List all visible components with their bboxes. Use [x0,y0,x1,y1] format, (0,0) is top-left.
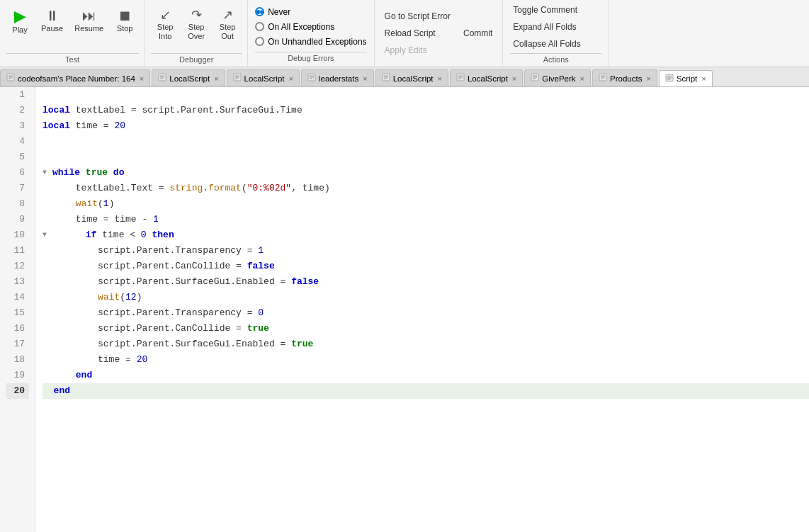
token: local [43,118,70,134]
token: . [169,274,175,290]
token: format [208,181,242,196]
token [43,196,76,212]
code-area[interactable]: local textLabel = script.Parent.SurfaceG… [35,87,809,532]
on-all-radio-label: On All Exceptions [268,22,334,32]
token: Enabled [236,336,280,352]
token: SurfaceGui [220,103,275,118]
tab-close-giveperk[interactable]: × [580,74,584,83]
tab-close-products[interactable]: × [646,74,650,83]
tab-giveperk[interactable]: GivePerk× [524,69,591,86]
token: Parent [137,274,170,290]
line-number-12: 12 [6,259,29,274]
token: . [275,103,281,118]
play-button[interactable]: ▶ Play [6,6,34,37]
token: . [169,321,175,336]
tab-leaderstats[interactable]: leaderstats× [301,69,374,86]
tab-close-script[interactable]: × [701,74,706,83]
never-radio-circle [255,7,264,16]
expand-all-folds-button[interactable]: Expand All Folds [510,21,601,33]
token: then [152,227,174,243]
tab-close-localscript2[interactable]: × [289,74,293,83]
code-editor[interactable]: 1234567891011121314151617181920 local te… [0,87,809,532]
go-to-script-error-button[interactable]: Go to Script Error [382,10,453,23]
reload-script-button[interactable]: Reload Script [382,27,453,40]
pause-button[interactable]: ⏸ Pause [37,6,67,35]
on-unhandled-radio-label: On Unhandled Exceptions [268,37,366,47]
token: true [86,165,108,181]
token [43,383,54,399]
line-number-2: 2 [6,103,29,118]
code-line-14: wait(12) [43,290,809,305]
tab-localscript4[interactable]: LocalScript× [450,69,523,86]
on-unhandled-radio[interactable]: On Unhandled Exceptions [255,37,366,47]
tab-close-leaderstats[interactable]: × [363,74,367,83]
tab-label-localscript2: LocalScript [244,74,285,83]
toggle-comment-button[interactable]: Toggle Comment [510,4,601,16]
code-line-6: ▼while true do [43,165,809,181]
tab-products[interactable]: Products× [592,69,657,86]
token: . [131,274,137,290]
token: script [43,243,131,259]
play-icon: ▶ [14,9,26,24]
tab-label-giveperk: GivePerk [542,74,575,83]
token [253,305,259,321]
tab-close-codeplace[interactable]: × [140,74,144,83]
step-into-label: StepInto [157,23,174,41]
tab-icon-giveperk [531,73,539,84]
never-radio[interactable]: Never [255,7,366,17]
stop-button[interactable]: ⏹ Stop [111,6,139,35]
tab-localscript1[interactable]: LocalScript× [152,69,225,86]
token: 0 [258,305,264,321]
token: end [76,368,92,383]
test-group-label: Test [6,53,139,64]
line-number-17: 17 [6,336,29,352]
tab-close-localscript1[interactable]: × [214,74,218,83]
tab-icon-localscript3 [382,73,390,84]
token: script [43,259,131,274]
step-into-button[interactable]: ↙ StepInto [151,6,179,44]
tab-localscript3[interactable]: LocalScript× [375,69,448,86]
tab-script[interactable]: Script× [659,70,713,87]
tab-label-localscript3: LocalScript [393,74,434,83]
line-number-8: 8 [6,196,29,212]
on-all-radio-circle [255,22,264,31]
resume-button[interactable]: ⏭ Resume [70,6,108,35]
tab-label-leaderstats: leaderstats [319,74,358,83]
tab-close-localscript4[interactable]: × [512,74,516,83]
fold-arrow-6[interactable]: ▼ [43,165,52,181]
line-number-5: 5 [6,149,29,165]
fold-arrow-10[interactable]: ▼ [43,227,52,243]
stop-label: Stop [117,24,133,33]
tab-codeplace[interactable]: codeofsam's Place Number: 164× [0,69,150,86]
token: CanCollide [175,259,236,274]
tab-localscript2[interactable]: LocalScript× [227,69,300,86]
code-line-18: time = 20 [43,352,809,368]
token [285,274,291,290]
token: < [130,227,135,243]
token: time [43,212,103,227]
step-over-button[interactable]: ↷ StepOver [182,6,210,44]
on-all-radio[interactable]: On All Exceptions [255,22,366,32]
step-over-icon: ↷ [191,9,202,21]
commit-button[interactable]: Commit [460,27,495,40]
code-line-20: end [43,383,809,399]
tab-close-localscript3[interactable]: × [438,74,442,83]
tab-icon-localscript4 [456,73,465,84]
tab-icon-codeplace [6,73,15,84]
token: end [54,383,70,399]
collapse-all-folds-button[interactable]: Collapse All Folds [510,38,601,50]
code-line-17: script.Parent.SurfaceGui.Enabled = true [43,336,809,352]
step-out-button[interactable]: ↗ StepOut [213,6,242,44]
step-over-label: StepOver [188,23,205,41]
token: = [281,274,286,290]
token: . [169,259,175,274]
toolbar: ▶ Play ⏸ Pause ⏭ Resume ⏹ Stop Test ↙ St… [0,0,809,67]
token: . [131,321,137,336]
code-line-10: ▼ if time < 0 then [43,227,809,243]
line-number-18: 18 [6,352,29,368]
code-line-15: script.Parent.Transparency = 0 [43,305,809,321]
token: = [103,118,109,134]
token: Time [281,103,302,118]
token: script [43,321,131,336]
token: while [52,165,80,181]
